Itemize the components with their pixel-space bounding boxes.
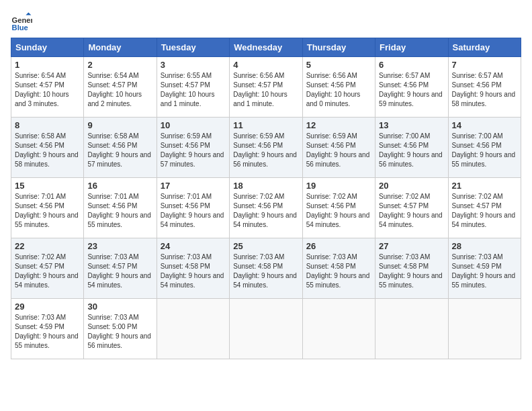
calendar-cell: 20 Sunrise: 7:02 AMSunset: 4:57 PMDaylig… (375, 178, 448, 238)
calendar-cell: 8 Sunrise: 6:58 AMSunset: 4:56 PMDayligh… (11, 118, 84, 178)
header-tuesday: Tuesday (157, 38, 229, 57)
day-info: Sunrise: 7:00 AMSunset: 4:56 PMDaylight:… (379, 132, 443, 168)
day-number: 20 (379, 181, 444, 191)
week-row-5: 29 Sunrise: 7:03 AMSunset: 4:59 PMDaylig… (11, 299, 521, 359)
day-number: 11 (233, 120, 298, 130)
day-info: Sunrise: 7:03 AMSunset: 4:58 PMDaylight:… (161, 253, 224, 289)
calendar-cell: 18 Sunrise: 7:02 AMSunset: 4:56 PMDaylig… (230, 178, 302, 238)
calendar-cell: 27 Sunrise: 7:03 AMSunset: 4:58 PMDaylig… (375, 238, 448, 299)
day-info: Sunrise: 6:57 AMSunset: 4:56 PMDaylight:… (379, 72, 443, 107)
day-number: 10 (161, 120, 226, 130)
day-info: Sunrise: 7:03 AMSunset: 4:57 PMDaylight:… (87, 253, 151, 289)
calendar-cell: 29 Sunrise: 7:03 AMSunset: 4:59 PMDaylig… (11, 299, 84, 359)
day-info: Sunrise: 6:54 AMSunset: 4:57 PMDaylight:… (15, 72, 69, 107)
calendar-cell: 9 Sunrise: 6:58 AMSunset: 4:56 PMDayligh… (84, 118, 157, 178)
day-number: 7 (452, 60, 517, 70)
calendar-cell: 22 Sunrise: 7:02 AMSunset: 4:57 PMDaylig… (11, 238, 84, 299)
calendar-cell: 28 Sunrise: 7:03 AMSunset: 4:59 PMDaylig… (448, 238, 521, 299)
calendar-cell: 5 Sunrise: 6:56 AMSunset: 4:56 PMDayligh… (302, 57, 375, 118)
calendar-cell: 15 Sunrise: 7:01 AMSunset: 4:56 PMDaylig… (11, 178, 84, 238)
day-info: Sunrise: 6:57 AMSunset: 4:56 PMDaylight:… (452, 72, 516, 107)
calendar-cell: 25 Sunrise: 7:03 AMSunset: 4:58 PMDaylig… (230, 238, 302, 299)
day-number: 14 (452, 120, 517, 130)
calendar-cell: 16 Sunrise: 7:01 AMSunset: 4:56 PMDaylig… (84, 178, 157, 238)
day-number: 9 (87, 120, 152, 130)
calendar-cell: 11 Sunrise: 6:59 AMSunset: 4:56 PMDaylig… (230, 118, 302, 178)
calendar-cell (157, 299, 229, 359)
calendar-cell: 24 Sunrise: 7:03 AMSunset: 4:58 PMDaylig… (157, 238, 229, 299)
day-info: Sunrise: 7:01 AMSunset: 4:56 PMDaylight:… (15, 193, 79, 228)
day-number: 8 (15, 120, 80, 130)
header-saturday: Saturday (448, 38, 521, 57)
day-number: 28 (452, 241, 517, 251)
svg-marker-3 (26, 12, 31, 15)
calendar-cell: 19 Sunrise: 7:02 AMSunset: 4:56 PMDaylig… (302, 178, 375, 238)
logo: General Blue (11, 11, 35, 32)
calendar-cell: 21 Sunrise: 7:02 AMSunset: 4:57 PMDaylig… (448, 178, 521, 238)
calendar-cell (448, 299, 521, 359)
header: General Blue (11, 11, 521, 32)
calendar-cell: 13 Sunrise: 7:00 AMSunset: 4:56 PMDaylig… (375, 118, 448, 178)
week-row-2: 8 Sunrise: 6:58 AMSunset: 4:56 PMDayligh… (11, 118, 521, 178)
calendar-cell: 17 Sunrise: 7:01 AMSunset: 4:56 PMDaylig… (157, 178, 229, 238)
day-number: 26 (306, 241, 371, 251)
day-number: 19 (306, 181, 371, 191)
header-monday: Monday (84, 38, 157, 57)
day-info: Sunrise: 6:59 AMSunset: 4:56 PMDaylight:… (306, 132, 370, 168)
calendar-cell: 12 Sunrise: 6:59 AMSunset: 4:56 PMDaylig… (302, 118, 375, 178)
header-sunday: Sunday (11, 38, 84, 57)
day-number: 5 (306, 60, 371, 70)
svg-text:Blue: Blue (12, 24, 28, 32)
calendar-cell: 30 Sunrise: 7:03 AMSunset: 5:00 PMDaylig… (84, 299, 157, 359)
svg-text:General: General (12, 16, 32, 24)
calendar-cell: 4 Sunrise: 6:56 AMSunset: 4:57 PMDayligh… (230, 57, 302, 118)
calendar-cell: 10 Sunrise: 6:59 AMSunset: 4:56 PMDaylig… (157, 118, 229, 178)
day-info: Sunrise: 7:03 AMSunset: 4:58 PMDaylight:… (306, 253, 370, 289)
day-number: 12 (306, 120, 371, 130)
day-info: Sunrise: 6:58 AMSunset: 4:56 PMDaylight:… (87, 132, 151, 168)
calendar-cell: 3 Sunrise: 6:55 AMSunset: 4:57 PMDayligh… (157, 57, 229, 118)
calendar-cell: 14 Sunrise: 7:00 AMSunset: 4:56 PMDaylig… (448, 118, 521, 178)
day-number: 2 (87, 60, 152, 70)
day-info: Sunrise: 7:03 AMSunset: 4:58 PMDaylight:… (379, 253, 443, 289)
day-info: Sunrise: 7:00 AMSunset: 4:56 PMDaylight:… (452, 132, 516, 168)
weekday-header-row: Sunday Monday Tuesday Wednesday Thursday… (11, 38, 521, 57)
day-info: Sunrise: 6:56 AMSunset: 4:56 PMDaylight:… (306, 72, 361, 107)
day-number: 17 (161, 181, 226, 191)
day-number: 22 (15, 241, 80, 251)
day-info: Sunrise: 6:56 AMSunset: 4:57 PMDaylight:… (233, 72, 287, 107)
logo-icon: General Blue (11, 11, 32, 32)
day-number: 4 (233, 60, 298, 70)
day-number: 15 (15, 181, 80, 191)
day-info: Sunrise: 7:03 AMSunset: 4:58 PMDaylight:… (233, 253, 297, 289)
calendar-cell: 7 Sunrise: 6:57 AMSunset: 4:56 PMDayligh… (448, 57, 521, 118)
calendar-table: Sunday Monday Tuesday Wednesday Thursday… (11, 38, 521, 359)
day-info: Sunrise: 7:03 AMSunset: 4:59 PMDaylight:… (15, 314, 79, 349)
day-number: 16 (87, 181, 152, 191)
calendar-cell: 2 Sunrise: 6:54 AMSunset: 4:57 PMDayligh… (84, 57, 157, 118)
calendar-cell: 23 Sunrise: 7:03 AMSunset: 4:57 PMDaylig… (84, 238, 157, 299)
day-number: 6 (379, 60, 444, 70)
calendar-cell: 6 Sunrise: 6:57 AMSunset: 4:56 PMDayligh… (375, 57, 448, 118)
calendar-cell: 1 Sunrise: 6:54 AMSunset: 4:57 PMDayligh… (11, 57, 84, 118)
day-info: Sunrise: 7:01 AMSunset: 4:56 PMDaylight:… (161, 193, 224, 228)
day-info: Sunrise: 6:59 AMSunset: 4:56 PMDaylight:… (161, 132, 224, 168)
calendar-cell (230, 299, 302, 359)
day-info: Sunrise: 7:02 AMSunset: 4:56 PMDaylight:… (233, 193, 297, 228)
day-info: Sunrise: 7:02 AMSunset: 4:56 PMDaylight:… (306, 193, 370, 228)
day-number: 29 (15, 302, 80, 312)
day-number: 21 (452, 181, 517, 191)
day-info: Sunrise: 6:59 AMSunset: 4:56 PMDaylight:… (233, 132, 297, 168)
day-info: Sunrise: 7:03 AMSunset: 4:59 PMDaylight:… (452, 253, 516, 289)
day-info: Sunrise: 7:02 AMSunset: 4:57 PMDaylight:… (452, 193, 516, 228)
day-info: Sunrise: 7:03 AMSunset: 5:00 PMDaylight:… (87, 314, 151, 349)
day-number: 25 (233, 241, 298, 251)
day-number: 1 (15, 60, 80, 70)
day-number: 23 (87, 241, 152, 251)
day-number: 18 (233, 181, 298, 191)
day-number: 27 (379, 241, 444, 251)
calendar-cell: 26 Sunrise: 7:03 AMSunset: 4:58 PMDaylig… (302, 238, 375, 299)
day-info: Sunrise: 6:55 AMSunset: 4:57 PMDaylight:… (161, 72, 215, 107)
day-number: 3 (161, 60, 226, 70)
header-wednesday: Wednesday (230, 38, 302, 57)
